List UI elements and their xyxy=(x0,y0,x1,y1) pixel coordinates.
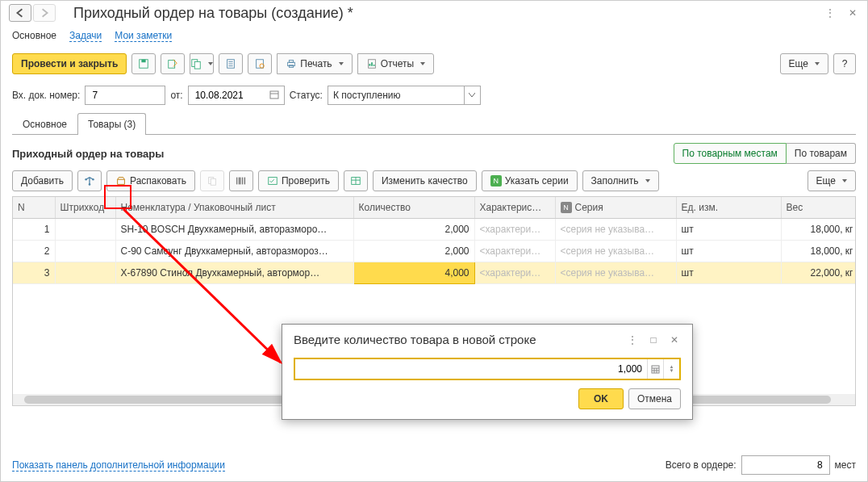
cell-char[interactable]: <характери… xyxy=(474,262,555,284)
copy-icon xyxy=(207,175,218,187)
qty-field[interactable] xyxy=(295,363,647,375)
window-title: Приходный ордер на товары (создание) * xyxy=(73,5,824,22)
calendar-icon[interactable] xyxy=(269,90,279,102)
cell-weight[interactable]: 18,000, кг xyxy=(781,219,856,241)
extra-info-toggle[interactable]: Показать панель дополнительной информаци… xyxy=(12,459,225,472)
cell-char[interactable]: <характери… xyxy=(474,219,555,241)
unpack-button[interactable]: Распаковать xyxy=(106,170,195,191)
post-icon xyxy=(167,58,178,69)
toggle-by-goods[interactable]: По товарам xyxy=(787,143,856,164)
save-icon xyxy=(138,58,149,69)
date-input[interactable] xyxy=(188,86,285,105)
col-n[interactable]: N xyxy=(13,197,55,219)
section-tab-main[interactable]: Основное xyxy=(12,30,56,42)
copy-button[interactable] xyxy=(200,170,224,191)
total-field[interactable] xyxy=(747,459,824,472)
grid-more-button[interactable]: Еще xyxy=(807,170,856,191)
qty-input[interactable]: ▲▼ xyxy=(294,358,681,380)
help-button[interactable]: ? xyxy=(833,53,856,74)
cell-barcode[interactable] xyxy=(55,262,115,284)
cell-char[interactable]: <характери… xyxy=(474,241,555,262)
col-weight[interactable]: Вес xyxy=(781,197,856,219)
cell-nomenclature[interactable]: SH-10 BOSCH Двухкамерный, авторазморо… xyxy=(115,219,353,241)
nav-back-button[interactable] xyxy=(9,4,31,22)
barcode-button[interactable] xyxy=(229,170,253,191)
calculator-icon[interactable] xyxy=(647,359,663,379)
status-select[interactable]: К поступлению xyxy=(328,86,481,105)
col-char[interactable]: Характерис… xyxy=(474,197,555,219)
unpack-label: Распаковать xyxy=(130,175,186,187)
cell-qty[interactable]: 2,000 xyxy=(353,241,474,262)
check-label: Проверить xyxy=(282,175,330,187)
total-input[interactable] xyxy=(741,455,830,475)
set-series-button[interactable]: N Указать серии xyxy=(482,170,578,191)
section-tab-notes[interactable]: Мои заметки xyxy=(115,30,172,42)
toggle-by-places[interactable]: По товарным местам xyxy=(674,143,787,164)
dialog-maximize-icon[interactable]: □ xyxy=(647,333,660,346)
cell-barcode[interactable] xyxy=(55,219,115,241)
dialog-cancel-button[interactable]: Отмена xyxy=(628,388,681,409)
more-button[interactable]: Еще xyxy=(780,53,828,74)
post-close-button[interactable]: Провести и закрыть xyxy=(12,53,127,74)
section-tab-tasks[interactable]: Задачи xyxy=(69,30,102,42)
table-row[interactable]: 2С-90 Самсунг Двухкамерный, авторазмороз… xyxy=(13,241,856,262)
svg-rect-2 xyxy=(169,61,175,69)
total-unit: мест xyxy=(835,459,856,471)
cell-weight[interactable]: 22,000, кг xyxy=(781,262,856,284)
dialog-ok-button[interactable]: OK xyxy=(578,388,624,409)
fill-button[interactable]: Заполнить xyxy=(582,170,659,191)
add-button[interactable]: Добавить xyxy=(12,170,73,191)
table-button[interactable] xyxy=(344,170,368,191)
cell-n[interactable]: 3 xyxy=(13,262,55,284)
cell-barcode[interactable] xyxy=(55,241,115,262)
reports-button[interactable]: Отчеты xyxy=(357,53,434,74)
svg-rect-4 xyxy=(195,61,201,69)
cell-qty[interactable]: 4,000 xyxy=(353,262,474,284)
doc-button-1[interactable] xyxy=(219,53,243,74)
cell-unit[interactable]: шт xyxy=(676,262,781,284)
dialog-close-icon[interactable]: ✕ xyxy=(668,333,681,346)
col-qty[interactable]: Количество xyxy=(353,197,474,219)
cell-serial[interactable]: <серия не указыва… xyxy=(555,219,676,241)
close-icon[interactable]: ✕ xyxy=(846,6,859,19)
content-tab-goods[interactable]: Товары (3) xyxy=(77,113,146,135)
cell-unit[interactable]: шт xyxy=(676,219,781,241)
cell-weight[interactable]: 18,000, кг xyxy=(781,241,856,262)
table-row[interactable]: 1SH-10 BOSCH Двухкамерный, авторазморо…2… xyxy=(13,219,856,241)
col-barcode[interactable]: Штрихкод xyxy=(55,197,115,219)
cell-serial[interactable]: <серия не указыва… xyxy=(555,262,676,284)
col-unit[interactable]: Ед. изм. xyxy=(676,197,781,219)
doc-refresh-icon xyxy=(254,58,265,69)
date-label: от: xyxy=(170,90,182,101)
dialog-kebab-icon[interactable]: ⋮ xyxy=(626,333,639,346)
table-row[interactable]: 3Х-67890 Стинол Двухкамерный, автормор…4… xyxy=(13,262,856,284)
cell-nomenclature[interactable]: С-90 Самсунг Двухкамерный, авторазмороз… xyxy=(115,241,353,262)
split-row-button[interactable] xyxy=(77,170,102,191)
doc-num-input[interactable] xyxy=(85,86,165,105)
chevron-down-icon[interactable] xyxy=(464,86,480,104)
print-button[interactable]: Печать xyxy=(277,53,352,74)
cell-serial[interactable]: <серия не указыва… xyxy=(555,241,676,262)
arrow-right-icon xyxy=(40,8,49,18)
doc-num-field[interactable] xyxy=(90,89,160,102)
cell-unit[interactable]: шт xyxy=(676,241,781,262)
nav-forward-button[interactable] xyxy=(33,4,56,22)
cell-n[interactable]: 1 xyxy=(13,219,55,241)
cell-qty[interactable]: 2,000 xyxy=(353,219,474,241)
post-button[interactable] xyxy=(161,53,185,74)
col-nomenclature[interactable]: Номенклатура / Упаковочный лист xyxy=(115,197,353,219)
col-serial[interactable]: NСерия xyxy=(555,197,676,219)
cell-n[interactable]: 2 xyxy=(13,241,55,262)
create-based-button[interactable] xyxy=(190,53,214,74)
kebab-icon[interactable]: ⋮ xyxy=(824,6,837,19)
svg-rect-9 xyxy=(290,61,294,63)
cell-nomenclature[interactable]: Х-67890 Стинол Двухкамерный, автормор… xyxy=(115,262,353,284)
save-button[interactable] xyxy=(131,53,156,74)
doc-button-2[interactable] xyxy=(248,53,272,74)
change-quality-button[interactable]: Изменить качество xyxy=(373,170,477,191)
doc-link-icon xyxy=(190,58,202,69)
spinner-icon[interactable]: ▲▼ xyxy=(663,359,679,379)
content-tab-main[interactable]: Основное xyxy=(12,113,77,135)
date-field[interactable] xyxy=(194,89,269,102)
check-button[interactable]: Проверить xyxy=(258,170,339,191)
